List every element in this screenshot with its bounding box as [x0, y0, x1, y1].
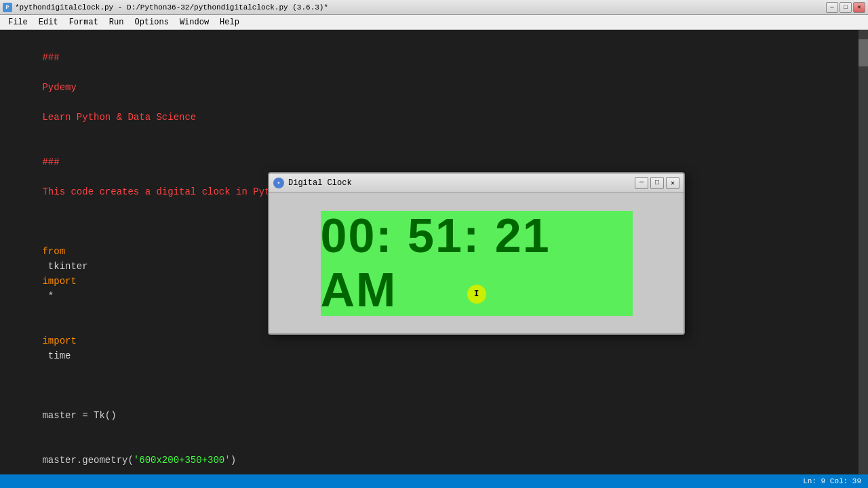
clock-display: 00: 51: 21 AM I	[321, 211, 633, 316]
restore-button[interactable]: □	[840, 2, 852, 13]
comment-hash-1: ###	[42, 52, 59, 63]
scrollbar[interactable]	[859, 30, 868, 488]
menu-options[interactable]: Options	[129, 15, 174, 29]
menu-window[interactable]: Window	[174, 15, 214, 29]
menu-format[interactable]: Format	[64, 15, 104, 29]
window-title: *pythondigitalclock.py - D:/Python36-32/…	[15, 3, 328, 12]
clock-restore-button[interactable]: □	[650, 177, 664, 189]
clock-close-button[interactable]: ✕	[666, 177, 679, 189]
clock-title-left: ✦ Digital Clock	[273, 178, 352, 188]
minimize-button[interactable]: ─	[826, 2, 838, 13]
window-controls: ─ □ ✕	[826, 2, 865, 13]
code-line-6	[8, 378, 860, 393]
menu-bar: File Edit Format Run Options Window Help	[0, 15, 868, 30]
scrollbar-thumb[interactable]	[859, 39, 868, 66]
code-line-1: ### Pydemy Learn Python & Data Science	[8, 35, 860, 140]
clock-title-bar: ✦ Digital Clock ─ □ ✕	[269, 174, 684, 192]
status-bar: Ln: 9 Col: 39	[0, 474, 868, 488]
clock-window-title: Digital Clock	[288, 178, 352, 188]
clock-window: ✦ Digital Clock ─ □ ✕ 00: 51: 21 AM I	[268, 172, 685, 335]
clock-body: 00: 51: 21 AM I	[269, 192, 684, 333]
close-button[interactable]: ✕	[853, 2, 865, 13]
menu-run[interactable]: Run	[104, 15, 130, 29]
keyword-import-1: import	[42, 276, 76, 287]
comment-hash-2: ###	[42, 157, 59, 167]
comment-this: This code creates a digital clock in Pyt…	[42, 186, 287, 197]
string-geometry: '600x200+350+300'	[134, 455, 231, 466]
editor-area[interactable]: ### Pydemy Learn Python & Data Science #…	[0, 30, 868, 488]
cursor-indicator: I	[467, 285, 486, 304]
clock-app-icon: ✦	[273, 178, 284, 188]
app-icon: P	[3, 3, 12, 12]
keyword-from: from	[42, 246, 65, 257]
comment-pydemy: Pydemy	[42, 82, 76, 93]
cursor-position: Ln: 9 Col: 39	[803, 477, 861, 485]
menu-help[interactable]: Help	[214, 15, 245, 29]
clock-controls: ─ □ ✕	[635, 177, 679, 189]
code-line-7: master = Tk()	[8, 393, 860, 438]
keyword-import-2: import	[42, 336, 76, 346]
comment-learn: Learn Python & Data Science	[42, 112, 196, 123]
title-bar-left: P *pythondigitalclock.py - D:/Python36-3…	[3, 3, 328, 12]
menu-file[interactable]: File	[3, 15, 33, 29]
title-bar: P *pythondigitalclock.py - D:/Python36-3…	[0, 0, 868, 15]
menu-edit[interactable]: Edit	[33, 15, 64, 29]
clock-minimize-button[interactable]: ─	[635, 177, 648, 189]
